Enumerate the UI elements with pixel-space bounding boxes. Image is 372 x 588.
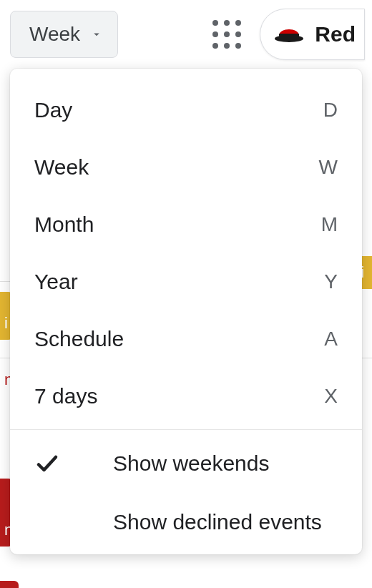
menu-toggle-label: Show weekends xyxy=(113,451,269,476)
calendar-event[interactable] xyxy=(0,581,19,588)
menu-item-shortcut: A xyxy=(324,328,338,351)
menu-toggle-label: Show declined events xyxy=(113,510,322,534)
menu-item-shortcut: W xyxy=(319,156,338,179)
menu-item-year[interactable]: Year Y xyxy=(10,253,362,310)
menu-item-week[interactable]: Week W xyxy=(10,139,362,196)
svg-rect-1 xyxy=(279,34,299,36)
menu-item-7days[interactable]: 7 days X xyxy=(10,368,362,425)
view-selector-menu: Day D Week W Month M Year Y Schedule A 7… xyxy=(10,69,362,554)
menu-item-shortcut: D xyxy=(323,99,338,122)
chevron-down-icon xyxy=(90,23,103,46)
menu-item-schedule[interactable]: Schedule A xyxy=(10,310,362,368)
menu-item-shortcut: M xyxy=(321,213,338,236)
account-brand-label: Red xyxy=(315,22,356,46)
menu-item-label: Month xyxy=(34,212,321,237)
menu-item-label: Schedule xyxy=(34,327,324,351)
google-apps-icon[interactable] xyxy=(211,19,243,50)
account-brand-chip[interactable]: Red xyxy=(260,9,365,60)
menu-item-label: 7 days xyxy=(34,384,324,408)
menu-item-day[interactable]: Day D xyxy=(10,82,362,139)
menu-item-label: Week xyxy=(34,155,319,180)
redhat-logo-icon xyxy=(273,21,305,48)
event-text: i xyxy=(4,314,8,333)
menu-separator xyxy=(10,429,362,430)
menu-item-label: Day xyxy=(34,98,323,122)
menu-item-label: Year xyxy=(34,270,324,294)
check-icon xyxy=(34,451,113,476)
menu-item-month[interactable]: Month M xyxy=(10,196,362,253)
menu-toggle-show-weekends[interactable]: Show weekends xyxy=(10,434,362,493)
menu-item-shortcut: Y xyxy=(324,270,338,293)
toolbar: Week Red xyxy=(0,0,372,73)
menu-toggle-show-declined[interactable]: Show declined events xyxy=(10,493,362,552)
view-selector-label: Week xyxy=(29,23,80,46)
menu-item-shortcut: X xyxy=(324,385,338,408)
view-selector-button[interactable]: Week xyxy=(10,11,118,58)
